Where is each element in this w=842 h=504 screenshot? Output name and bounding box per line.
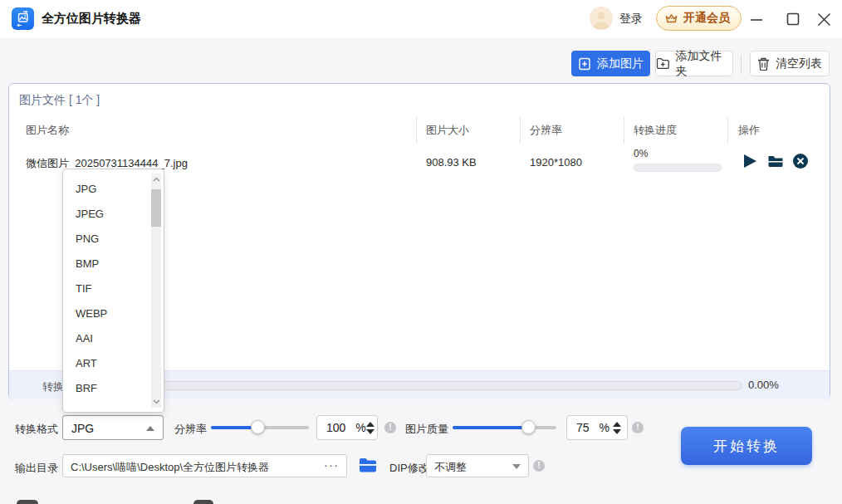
title-bar: 全方位图片转换器 登录 开通会员 [0,0,842,38]
format-combobox[interactable]: JPG [62,415,164,440]
output-path-value: C:\Users\喵喵\Desktop\全方位图片转换器 [71,460,269,475]
header-divider [520,117,521,144]
resolution-stepper[interactable] [366,422,374,434]
select-arrow-down-icon [512,464,521,469]
footer-partial-icon [193,500,213,504]
remove-file-button[interactable] [792,153,809,169]
quality-slider-thumb[interactable] [521,420,536,434]
format-option-art[interactable]: ART [64,351,150,376]
vip-button[interactable]: 开通会员 [656,6,742,31]
clear-list-label: 清空列表 [776,56,822,71]
dip-select[interactable]: 不调整 [426,454,529,477]
file-size: 908.93 KB [426,156,477,169]
footer-partial-icon [17,500,38,504]
row-progress-bar [634,164,722,172]
resolution-slider[interactable] [211,426,309,429]
header-divider [624,117,624,144]
format-option-aai[interactable]: AAI [64,326,150,351]
quality-label: 图片质量 [405,422,448,437]
convert-play-button[interactable] [742,153,759,169]
play-icon [742,153,757,169]
app-logo-icon [12,7,34,30]
add-image-label: 添加图片 [597,56,644,71]
browse-button[interactable]: ··· [324,458,339,472]
col-header-resolution: 分辨率 [530,123,562,138]
chevron-up-icon [153,177,160,182]
output-dir-label: 输出目录 [15,461,58,476]
resolution-info-icon[interactable]: ! [384,422,396,433]
image-convert-icon [15,11,31,27]
minimize-button[interactable] [747,10,766,28]
format-option-tif[interactable]: TIF [64,276,150,301]
row-progress-label: 0% [634,148,648,159]
x-circle-icon [792,153,809,169]
maximize-button[interactable] [784,10,802,28]
resolution-spinner[interactable]: 100 % [316,415,378,440]
output-path-field[interactable]: C:\Users\喵喵\Desktop\全方位图片转换器 ··· [62,454,347,477]
quality-unit: % [600,421,609,434]
header-divider [727,117,728,144]
app-title: 全方位图片转换器 [42,11,141,27]
add-folder-button[interactable]: 添加文件夹 [655,51,733,76]
combobox-arrow-up-icon [146,426,154,431]
format-combobox-value: JPG [71,422,94,435]
close-button[interactable] [815,10,833,28]
clear-list-button[interactable]: 清空列表 [750,51,830,76]
toolbar-divider [741,55,742,72]
add-folder-label: 添加文件夹 [676,49,732,79]
file-resolution: 1920*1080 [530,156,582,169]
overall-progress-bar [88,381,742,390]
start-convert-button[interactable]: 开始转换 [681,427,812,465]
user-avatar[interactable] [590,7,613,30]
app-window: 全方位图片转换器 登录 开通会员 [0,0,842,504]
quality-value: 75 [576,421,590,434]
quality-slider[interactable] [453,426,556,429]
crown-icon [664,12,678,26]
open-output-folder-button[interactable] [359,458,377,477]
folder-blue-icon [359,458,377,473]
resolution-label: 分辨率 [174,422,207,437]
col-header-name: 图片名称 [26,123,69,138]
stepper-down-icon[interactable] [613,429,621,434]
minimize-icon [750,12,763,26]
col-header-actions: 操作 [738,123,760,138]
resolution-unit: % [355,421,365,434]
dip-label: DIP修改 [389,461,429,476]
format-option-jpg[interactable]: JPG [64,177,150,202]
stepper-up-icon[interactable] [366,422,374,427]
dropdown-scrollbar[interactable] [151,174,161,408]
format-option-bmp[interactable]: BMP [64,252,150,276]
format-option-png[interactable]: PNG [64,227,150,252]
add-image-button[interactable]: 添加图片 [571,51,650,76]
scroll-up-button[interactable] [151,174,161,185]
col-header-progress: 转换进度 [634,123,677,138]
header-divider [416,117,417,144]
scroll-down-button[interactable] [151,396,161,408]
quality-stepper[interactable] [613,422,621,434]
maximize-icon [786,12,800,26]
quality-spinner[interactable]: 75 % [566,415,628,440]
dip-info-icon[interactable]: ! [533,460,545,472]
chevron-down-icon [153,399,160,404]
quality-info-icon[interactable]: ! [632,422,644,433]
format-dropdown-popup: JPG JPEG PNG BMP TIF WEBP AAI ART BRF [62,169,164,413]
scrollbar-thumb[interactable] [151,189,161,227]
overall-progress-value: 0.00% [748,379,779,391]
resolution-slider-thumb[interactable] [251,420,265,434]
format-option-brf[interactable]: BRF [64,376,150,401]
table-header: 图片名称 图片大小 分辨率 转换进度 操作 [9,115,830,145]
file-count-title: 图片文件 [ 1个 ] [19,93,100,108]
quality-slider-fill [453,426,528,429]
stepper-down-icon[interactable] [366,429,374,434]
stepper-up-icon[interactable] [613,422,621,427]
format-option-jpeg[interactable]: JPEG [64,202,150,227]
close-icon [817,12,831,27]
login-button[interactable]: 登录 [619,12,643,27]
format-option-webp[interactable]: WEBP [64,301,150,326]
folder-open-icon [767,153,784,169]
person-icon [590,7,613,30]
resolution-value: 100 [326,421,345,434]
open-folder-button[interactable] [767,153,784,169]
add-file-icon [578,57,591,71]
col-header-size: 图片大小 [426,123,469,138]
